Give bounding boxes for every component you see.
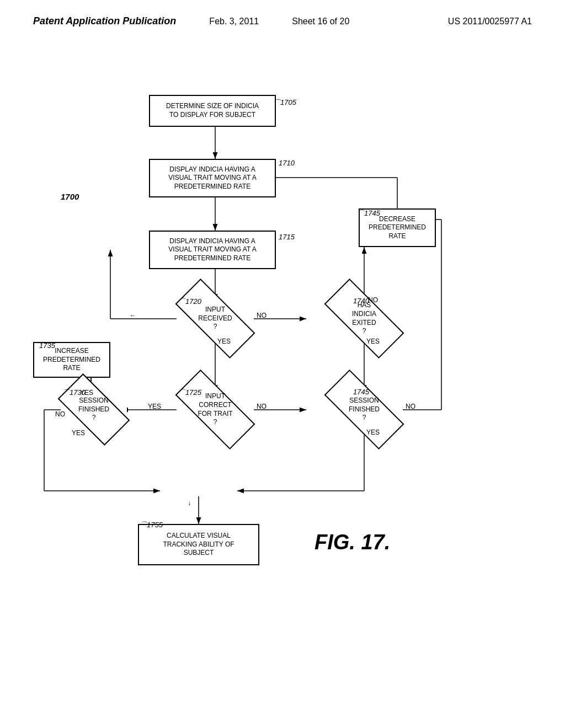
figure-label: FIG. 17.: [315, 531, 390, 554]
label-1745a: ⌒1745: [357, 208, 380, 218]
flow-no-1725: NO: [257, 403, 266, 410]
label-1735: ⌒1735: [32, 341, 55, 351]
label-1715: 1715: [279, 233, 295, 241]
flow-yes-bottom-left: YES: [72, 429, 85, 437]
sheet-info: Sheet 16 of 20: [292, 17, 349, 26]
node-1715: DISPLAY INDICIA HAVING A VISUAL TRAIT MO…: [149, 231, 276, 269]
label-1710: 1710: [279, 159, 295, 167]
flow-no-1745b: NO: [406, 403, 415, 410]
flow-yes-1725: YES: [148, 403, 161, 410]
node-1710: DISPLAY INDICIA HAVING A VISUAL TRAIT MO…: [149, 159, 276, 197]
flow-yes-1720: YES: [217, 338, 231, 345]
flow-no-1730: NO: [55, 410, 65, 418]
flow-yes-bottom: ↓: [188, 499, 191, 507]
node-1740: HASINDICIAEXITED?: [326, 301, 403, 336]
flow-yes-1745b: YES: [366, 429, 380, 436]
label-1755: ⌒1755: [140, 520, 163, 530]
page-header: Patent Application Publication Feb. 3, 2…: [0, 0, 565, 27]
flow-no-1720-right: NO: [257, 312, 266, 319]
patent-number: US 2011/0025977 A1: [448, 17, 532, 26]
label-1700: 1700: [61, 192, 79, 201]
diagram-area: DETERMINE SIZE OF INDICIA TO DISPLAY FOR…: [0, 72, 565, 706]
label-1745b: 1745: [353, 388, 369, 396]
label-1705: 1705: [280, 98, 296, 106]
flow-yes-1740: YES: [366, 338, 380, 345]
flow-no-1720-left: ←: [130, 312, 136, 319]
flow-yes-1730: YES: [80, 389, 93, 397]
node-1745b: SESSIONFINISHED?: [326, 392, 403, 427]
node-1705: DETERMINE SIZE OF INDICIA TO DISPLAY FOR…: [149, 95, 276, 127]
publication-title: Patent Application Publication: [33, 15, 176, 27]
bracket-1705: ⌒: [274, 98, 282, 108]
publication-date: Feb. 3, 2011: [209, 17, 259, 26]
node-1755: CALCULATE VISUAL TRACKING ABILITY OF SUB…: [138, 524, 259, 565]
